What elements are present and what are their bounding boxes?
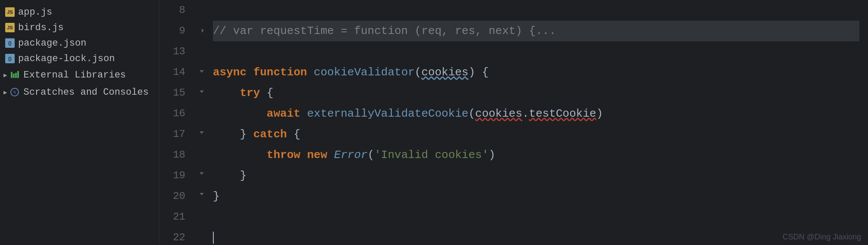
code-line-18: throw new Error ( 'Invalid cookies' ) [213, 145, 859, 165]
line-num-20: 20 [159, 186, 185, 207]
svg-rect-2 [15, 73, 17, 78]
gutter-20[interactable] [194, 184, 209, 204]
svg-rect-0 [11, 72, 12, 78]
svg-text:✎: ✎ [13, 90, 16, 95]
code-line-9: // var requestTime = function (req, res,… [213, 21, 859, 41]
sidebar-item-label: birds.js [18, 22, 64, 33]
line-num-18: 18 [159, 145, 185, 165]
code-line-16: await externallyValidateCookie ( cookies… [213, 103, 859, 124]
json-icon [5, 38, 15, 48]
gutter-16 [194, 102, 209, 122]
watermark-text: CSDN @Ding Jiaxiong [783, 233, 861, 241]
sidebar-item-package-json[interactable]: package.json [0, 35, 159, 51]
json-icon [5, 54, 15, 63]
line-num-16: 16 [159, 103, 185, 124]
sidebar-item-label: app.js [18, 7, 52, 18]
watermark: CSDN @Ding Jiaxiong [783, 233, 861, 242]
gutter-8 [194, 0, 209, 20]
kw-await: await [267, 103, 300, 124]
code-lines[interactable]: // var requestTime = function (req, res,… [209, 0, 868, 245]
code-line-17: } catch { [213, 124, 859, 145]
sidebar-item-birds-js[interactable]: JS birds.js [0, 20, 159, 35]
code-area[interactable]: 8 9 13 14 15 16 17 18 19 20 21 22 [159, 0, 868, 245]
line-num-9: 9 [159, 21, 185, 41]
kw-new: new [307, 145, 327, 165]
str-invalid-cookies: 'Invalid cookies' [375, 145, 489, 165]
sidebar-group-scratches-consoles[interactable]: ▶ ✎ Scratches and Consoles [0, 84, 159, 101]
fn-cookieValidator: cookieValidator [314, 62, 415, 83]
chevron-right-icon: ▶ [3, 89, 7, 96]
chevron-right-icon: ▶ [3, 71, 7, 79]
svg-marker-9 [200, 131, 204, 134]
line-num-13: 13 [159, 41, 185, 62]
kw-async: async [213, 62, 247, 83]
line-num-22: 22 [159, 227, 185, 245]
js-icon: JS [5, 7, 15, 17]
gutter-9[interactable] [194, 20, 209, 40]
code-line-14: async function cookieValidator ( cookies… [213, 62, 859, 83]
gutter-13 [194, 41, 209, 61]
code-line-20: } [213, 186, 859, 207]
gutter [194, 0, 209, 245]
code-line-22 [213, 227, 859, 245]
line-num-15: 15 [159, 83, 185, 103]
js-icon: JS [5, 23, 15, 32]
line-num-14: 14 [159, 62, 185, 83]
gutter-19[interactable] [194, 163, 209, 183]
code-line-13 [213, 41, 859, 62]
sidebar: JS app.js JS birds.js package.json packa… [0, 0, 159, 245]
prop-cookies: cookies [475, 103, 522, 124]
svg-marker-7 [200, 70, 204, 73]
sidebar-group-external-libraries[interactable]: ▶ External Libraries [0, 66, 159, 84]
fn-externallyValidateCookie: externallyValidateCookie [307, 103, 468, 124]
gutter-17[interactable] [194, 123, 209, 143]
gutter-15[interactable] [194, 82, 209, 102]
prop-testCookie: testCookie [529, 103, 596, 124]
sidebar-group-label: External Libraries [23, 70, 126, 81]
code-line-15: try { [213, 83, 859, 103]
svg-marker-6 [202, 28, 204, 33]
param-cookies: cookies [422, 62, 468, 83]
gutter-18 [194, 143, 209, 163]
line-numbers: 8 9 13 14 15 16 17 18 19 20 21 22 [159, 0, 194, 245]
cursor [213, 232, 214, 244]
sidebar-item-label: package.json [18, 38, 86, 49]
line-num-8: 8 [159, 0, 185, 21]
code-line-19: } [213, 165, 859, 186]
line-num-21: 21 [159, 207, 185, 227]
gutter-22 [194, 225, 209, 245]
sidebar-item-app-js[interactable]: JS app.js [0, 4, 159, 20]
code-comment: // var requestTime = function (req, res,… [213, 21, 556, 41]
external-libraries-icon [9, 70, 20, 80]
sidebar-item-label: package-lock.json [18, 53, 115, 64]
editor: 8 9 13 14 15 16 17 18 19 20 21 22 [159, 0, 868, 245]
svg-rect-1 [13, 74, 15, 78]
svg-marker-8 [200, 90, 204, 93]
kw-catch: catch [253, 124, 287, 145]
svg-rect-3 [17, 71, 19, 78]
line-num-17: 17 [159, 124, 185, 145]
sidebar-group-label: Scratches and Consoles [23, 87, 148, 98]
sidebar-item-package-lock-json[interactable]: package-lock.json [0, 51, 159, 66]
kw-function: function [253, 62, 307, 83]
code-line-8 [213, 0, 859, 21]
gutter-21 [194, 204, 209, 224]
fn-error: Error [334, 145, 368, 165]
kw-throw: throw [267, 145, 300, 165]
svg-marker-10 [200, 172, 204, 175]
gutter-14[interactable] [194, 61, 209, 81]
scratches-icon: ✎ [9, 87, 20, 97]
code-line-21 [213, 207, 859, 227]
line-num-19: 19 [159, 165, 185, 186]
svg-marker-11 [200, 193, 204, 195]
kw-try: try [240, 83, 260, 103]
